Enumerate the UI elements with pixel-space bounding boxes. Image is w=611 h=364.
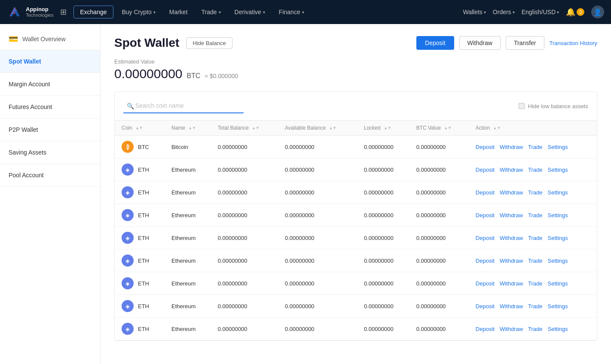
hide-low-balance-control[interactable]: Hide low balance assets	[519, 103, 588, 109]
nav-finance[interactable]: Finance ▾	[274, 6, 309, 18]
cell-btc-value: 0.00000000	[409, 295, 469, 318]
action-settings[interactable]: Settings	[548, 189, 568, 196]
action-trade[interactable]: Trade	[528, 303, 542, 309]
action-settings[interactable]: Settings	[548, 326, 568, 332]
cell-actions: Deposit Withdraw Trade Settings	[469, 136, 597, 158]
action-settings[interactable]: Settings	[548, 258, 568, 264]
action-deposit[interactable]: Deposit	[476, 167, 495, 173]
action-trade[interactable]: Trade	[528, 326, 542, 332]
cell-total-balance: 0.00000000	[211, 204, 278, 227]
withdraw-button[interactable]: Withdraw	[459, 36, 501, 50]
sort-icon[interactable]: ▲▼	[252, 126, 260, 130]
table-row: ◈ ETH Ethereum 0.00000000 0.00000000 0.0…	[115, 272, 597, 295]
cell-locked: 0.00000000	[357, 295, 409, 318]
table-row: ◈ ETH Ethereum 0.00000000 0.00000000 0.0…	[115, 204, 597, 227]
action-deposit[interactable]: Deposit	[476, 212, 495, 218]
th-total-balance: Total Balance ▲▼	[211, 121, 278, 136]
action-deposit[interactable]: Deposit	[476, 189, 495, 196]
action-withdraw[interactable]: Withdraw	[500, 280, 523, 287]
sidebar-item-saving-assets[interactable]: Saving Assets	[0, 141, 100, 164]
eth-logo: ◈	[122, 232, 134, 244]
cell-coin: ◈ ETH	[115, 227, 165, 249]
action-settings[interactable]: Settings	[548, 144, 568, 150]
notification-count: 3	[577, 8, 584, 16]
coin-table: Coin ▲▼ Name ▲▼ Total Balance ▲▼ Avail	[115, 121, 597, 340]
action-withdraw[interactable]: Withdraw	[500, 303, 523, 309]
sort-icon[interactable]: ▲▼	[188, 126, 196, 130]
cell-coin: ₿ BTC	[115, 136, 165, 158]
header-actions: Deposit Withdraw Transfer Transaction Hi…	[416, 36, 597, 50]
action-withdraw[interactable]: Withdraw	[500, 144, 523, 150]
cell-coin: ◈ ETH	[115, 204, 165, 227]
nav-language[interactable]: English/USD ▾	[522, 9, 559, 15]
sort-icon[interactable]: ▲▼	[135, 126, 143, 130]
action-settings[interactable]: Settings	[548, 235, 568, 241]
action-withdraw[interactable]: Withdraw	[500, 258, 523, 264]
cell-locked: 0.00000000	[357, 227, 409, 249]
nav-exchange[interactable]: Exchange	[73, 6, 113, 18]
action-withdraw[interactable]: Withdraw	[500, 326, 523, 332]
action-deposit[interactable]: Deposit	[476, 303, 495, 309]
cell-locked: 0.00000000	[357, 181, 409, 204]
cell-locked: 0.00000000	[357, 204, 409, 227]
cell-actions: Deposit Withdraw Trade Settings	[469, 272, 597, 295]
action-trade[interactable]: Trade	[528, 258, 542, 264]
hide-balance-button[interactable]: Hide Balance	[186, 37, 232, 49]
transaction-history-link[interactable]: Transaction History	[550, 40, 598, 46]
action-settings[interactable]: Settings	[548, 167, 568, 173]
action-trade[interactable]: Trade	[528, 212, 542, 218]
action-trade[interactable]: Trade	[528, 167, 542, 173]
sidebar-item-p2p-wallet[interactable]: P2P Wallet	[0, 118, 100, 141]
page-title: Spot Wallet	[114, 36, 179, 50]
action-trade[interactable]: Trade	[528, 235, 542, 241]
action-trade[interactable]: Trade	[528, 189, 542, 196]
action-trade[interactable]: Trade	[528, 280, 542, 287]
nav-wallets[interactable]: Wallets ▾	[463, 9, 486, 15]
estimated-value-label: Estimated Value	[114, 58, 597, 65]
transfer-button[interactable]: Transfer	[506, 36, 544, 50]
deposit-button[interactable]: Deposit	[416, 36, 454, 50]
sort-icon[interactable]: ▲▼	[444, 126, 452, 130]
sidebar-item-pool-account[interactable]: Pool Account	[0, 164, 100, 187]
sort-icon[interactable]: ▲▼	[384, 126, 391, 130]
chevron-down-icon: ▾	[219, 10, 221, 15]
action-withdraw[interactable]: Withdraw	[500, 235, 523, 241]
notification-bell[interactable]: 🔔 3	[566, 7, 584, 17]
eth-logo: ◈	[122, 164, 134, 176]
sort-icon[interactable]: ▲▼	[493, 126, 501, 130]
nav-market[interactable]: Market	[164, 6, 193, 18]
action-deposit[interactable]: Deposit	[476, 144, 495, 150]
action-withdraw[interactable]: Withdraw	[500, 212, 523, 218]
action-withdraw[interactable]: Withdraw	[500, 167, 523, 173]
action-settings[interactable]: Settings	[548, 303, 568, 309]
action-deposit[interactable]: Deposit	[476, 258, 495, 264]
logo[interactable]: Appinop Technologies	[7, 4, 53, 20]
sort-icon[interactable]: ▲▼	[329, 126, 336, 130]
search-input[interactable]	[123, 99, 244, 113]
sidebar-item-wallet-overview[interactable]: 💳 Wallet Overview	[0, 28, 100, 50]
nav-derivative[interactable]: Derivative ▾	[229, 6, 270, 18]
app-name: Appinop	[26, 6, 53, 13]
action-withdraw[interactable]: Withdraw	[500, 189, 523, 196]
action-settings[interactable]: Settings	[548, 280, 568, 287]
action-deposit[interactable]: Deposit	[476, 280, 495, 287]
nav-orders[interactable]: Orders ▾	[493, 9, 515, 15]
th-btc-value: BTC Value ▲▼	[409, 121, 469, 136]
action-deposit[interactable]: Deposit	[476, 326, 495, 332]
th-name: Name ▲▼	[165, 121, 211, 136]
coin-symbol: ETH	[138, 235, 149, 241]
action-trade[interactable]: Trade	[528, 144, 542, 150]
hide-low-balance-checkbox[interactable]	[519, 103, 525, 109]
sidebar-item-futures-account[interactable]: Futures Account	[0, 96, 100, 118]
cell-btc-value: 0.00000000	[409, 318, 469, 340]
user-avatar[interactable]: 👤	[591, 6, 604, 18]
grid-icon[interactable]: ⊞	[60, 7, 67, 17]
sidebar-item-margin-account[interactable]: Margin Account	[0, 73, 100, 96]
nav-trade[interactable]: Trade ▾	[196, 6, 226, 18]
sidebar-item-spot-wallet[interactable]: Spot Wallet	[0, 50, 100, 73]
nav-buy-crypto[interactable]: Buy Crypto ▾	[117, 6, 161, 18]
table-row: ◈ ETH Ethereum 0.00000000 0.00000000 0.0…	[115, 227, 597, 249]
action-deposit[interactable]: Deposit	[476, 235, 495, 241]
eth-logo: ◈	[122, 255, 134, 267]
action-settings[interactable]: Settings	[548, 212, 568, 218]
